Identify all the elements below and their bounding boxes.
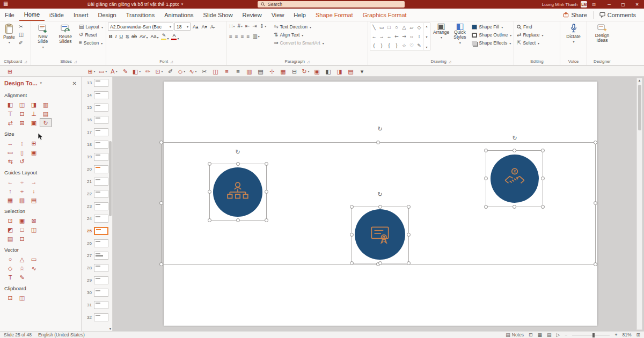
guide-right-icon[interactable]: →: [28, 177, 40, 186]
grid-icon[interactable]: ▦: [277, 67, 289, 76]
canvas-scroll-up-icon[interactable]: ▲: [637, 79, 642, 82]
slide-thumbnail-15[interactable]: 15: [82, 101, 112, 114]
gallery-shape-icon[interactable]: ↕: [415, 32, 423, 41]
layout-button[interactable]: ▤Layout▾: [78, 24, 104, 30]
clipboard-dialog-launcher-icon[interactable]: ◿: [24, 60, 27, 63]
minimize-button[interactable]: ─: [602, 0, 616, 9]
orgchart-circle-shape[interactable]: [213, 167, 262, 217]
selection-handle-tr[interactable]: [594, 141, 597, 144]
zoom-out-button[interactable]: −: [565, 332, 568, 337]
align-right-button[interactable]: ≡: [240, 33, 245, 40]
guides-icon[interactable]: ⊟: [289, 67, 300, 76]
selection-handle-tm[interactable]: [513, 149, 516, 152]
thumbnail-scrollbar-thumb[interactable]: [109, 141, 112, 216]
reset-button[interactable]: ↺Reset: [78, 32, 104, 38]
tab-design[interactable]: Design: [93, 9, 121, 21]
grid-layout-icon[interactable]: ▦: [4, 195, 16, 204]
paragraph-dialog-launcher-icon[interactable]: ◿: [307, 60, 310, 63]
slide-canvas[interactable]: ↻ ↻: [113, 77, 644, 331]
selection-handle-tm[interactable]: [378, 205, 382, 209]
replace-button[interactable]: ⇄Replace▾: [516, 32, 545, 38]
tab-islide[interactable]: iSlide: [45, 9, 69, 21]
tab-help[interactable]: Help: [289, 9, 311, 21]
merge-shapes-icon[interactable]: ◫: [210, 67, 221, 76]
slide-thumbnail-17[interactable]: 17: [82, 126, 112, 138]
group-icon[interactable]: ▣: [311, 67, 323, 76]
layer-up-icon[interactable]: ◧: [323, 67, 334, 76]
gallery-shape-icon[interactable]: ◇: [415, 23, 423, 32]
shape-outline-button[interactable]: Shape Outline▾: [471, 32, 513, 38]
slide-thumbnail-25[interactable]: 25: [82, 225, 112, 237]
gallery-shape-icon[interactable]: ): [378, 41, 385, 50]
gallery-shape-icon[interactable]: △: [400, 23, 408, 32]
swap-position-icon[interactable]: ⇄: [4, 118, 16, 127]
slide-thumbnail-31[interactable]: 31: [82, 299, 112, 311]
gallery-shape-icon[interactable]: ○: [393, 23, 400, 32]
selection-handle-br[interactable]: [265, 218, 268, 222]
selection-handle-ml[interactable]: [159, 201, 163, 205]
selection-handle-mr[interactable]: [541, 177, 545, 180]
gallery-shape-icon[interactable]: ☆: [400, 41, 408, 50]
shape-effects-button[interactable]: Shape Effects▾: [471, 40, 513, 46]
bullets-button[interactable]: ∷▾: [228, 23, 236, 30]
convert-smartart-button[interactable]: ⇛Convert to SmartArt▾: [273, 40, 325, 46]
slides-dialog-launcher-icon[interactable]: ◿: [74, 60, 77, 63]
guide-down-icon[interactable]: ↓: [28, 186, 40, 195]
text-direction-button[interactable]: ⇋Text Direction▾: [273, 24, 325, 30]
slide-thumbnail-16[interactable]: 16: [82, 114, 112, 126]
align-left-icon[interactable]: ◧: [4, 100, 16, 109]
gallery-more-icon[interactable]: ▾: [426, 45, 427, 49]
select-button[interactable]: ⇱Select▾: [516, 40, 545, 46]
slide-thumbnail-29[interactable]: 29: [82, 274, 112, 286]
reset-size-icon[interactable]: ↺: [16, 157, 28, 166]
increase-font-button[interactable]: A▴: [192, 24, 200, 30]
lock-selection-icon[interactable]: ⊟: [16, 234, 28, 243]
highlight-color-button[interactable]: ✎▾: [160, 33, 170, 41]
ribbon-display-options-icon[interactable]: ⊡: [592, 2, 596, 7]
smart-align-icon[interactable]: ⊹: [266, 67, 277, 76]
clear-formatting-button[interactable]: A̶: [209, 24, 215, 30]
selection-handle-bl[interactable]: [350, 261, 354, 265]
bold-button[interactable]: B: [108, 34, 114, 40]
fit-slide-button[interactable]: ⊞: [636, 332, 640, 337]
tab-insert[interactable]: Insert: [69, 9, 93, 21]
gallery-shape-icon[interactable]: ▭: [378, 23, 385, 32]
design-tools-caret-icon[interactable]: ▾: [40, 81, 42, 85]
app-icon[interactable]: ▦: [3, 1, 8, 6]
zoom-slider-thumb[interactable]: [592, 333, 595, 337]
distribute-horizontal-icon[interactable]: ▥: [244, 67, 255, 76]
italic-button[interactable]: I: [114, 34, 118, 40]
numbering-button[interactable]: #▾: [236, 23, 244, 30]
textbox-icon[interactable]: ▭▾: [97, 67, 108, 76]
zoom-in-button[interactable]: +: [614, 332, 617, 337]
gallery-scroll-up-icon[interactable]: ▴: [426, 24, 427, 28]
zoom-percentage[interactable]: 81%: [622, 332, 631, 337]
shapes-icon[interactable]: ◇▾: [176, 67, 187, 76]
language-status[interactable]: English (United States): [38, 332, 85, 337]
shape-fill-button[interactable]: Shape Fill▾: [471, 24, 513, 30]
selection-handle-tl[interactable]: [159, 141, 163, 144]
design-ideas-button[interactable]: Design Ideas: [589, 23, 616, 45]
gallery-shape-icon[interactable]: ⇐: [393, 32, 400, 41]
canvas-scrollbar[interactable]: ▲: [636, 78, 642, 330]
handshake-rotate-handle[interactable]: ↻: [511, 134, 518, 142]
document-title[interactable]: Bài giảng căn giòng và bố trí vật thể 1.…: [87, 0, 183, 9]
close-button[interactable]: ✕: [630, 0, 644, 9]
align-center-h-icon[interactable]: ◫: [16, 100, 28, 109]
vector-polygon-icon[interactable]: △: [16, 254, 28, 263]
gallery-shape-icon[interactable]: ↔: [385, 32, 393, 41]
group-objects-icon[interactable]: ▣: [28, 118, 40, 127]
select-same-fill-icon[interactable]: ◩: [4, 225, 16, 234]
quick-styles-button[interactable]: ◧ Quick Styles ▾: [452, 23, 467, 46]
slide-thumbnail-32[interactable]: 32: [82, 311, 112, 324]
selection-handle-bm[interactable]: [236, 218, 240, 222]
selection-handle-tr[interactable]: [265, 162, 268, 166]
align-middle-icon[interactable]: ⊟: [16, 109, 28, 118]
align-left-button[interactable]: ≡: [228, 33, 233, 40]
align-bottom-icon[interactable]: ⊥: [28, 109, 40, 118]
slide-thumbnail-13[interactable]: 13: [82, 77, 112, 89]
selection-handle-tm[interactable]: [376, 141, 380, 144]
divide-horizontal-icon[interactable]: ÷: [16, 177, 28, 186]
table-icon[interactable]: ⊞▾: [86, 67, 97, 76]
selection-handle-bl[interactable]: [159, 262, 163, 266]
